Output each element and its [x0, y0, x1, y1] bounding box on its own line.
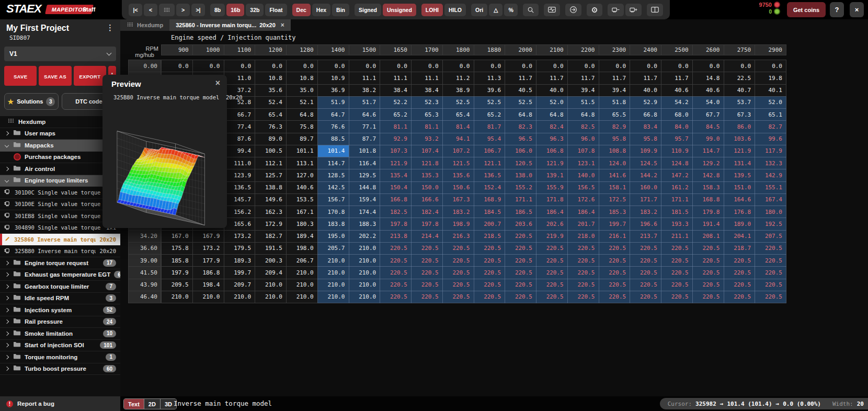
table-cell[interactable]: 177.9 [193, 255, 224, 266]
base-dec-button[interactable]: Dec [292, 4, 311, 16]
table-cell[interactable]: 10.8 [287, 72, 317, 84]
table-cell[interactable]: 136.5 [224, 182, 255, 193]
table-cell[interactable]: 220.5 [474, 243, 505, 254]
table-cell[interactable]: 0.0 [724, 60, 755, 72]
table-cell[interactable]: 11.7 [505, 72, 536, 84]
table-cell[interactable]: 168.8 [693, 194, 724, 206]
ram-remove-button[interactable] [608, 4, 624, 16]
table-cell[interactable]: 0.0 [162, 60, 192, 72]
table-cell[interactable]: 11.7 [661, 72, 692, 84]
table-cell[interactable]: 142.9 [755, 169, 786, 181]
table-cell[interactable]: 132.3 [755, 157, 786, 169]
table-cell[interactable]: 11.7 [630, 72, 661, 84]
table-cell[interactable]: 210.0 [318, 267, 349, 278]
table-cell[interactable]: 40.1 [755, 85, 786, 96]
table-cell[interactable]: 64.8 [505, 109, 536, 120]
table-cell[interactable]: 185.3 [599, 206, 630, 218]
table-cell[interactable]: 0.0 [193, 60, 224, 72]
table-cell[interactable]: 40.7 [724, 85, 755, 96]
table-cell[interactable]: 220.5 [724, 279, 755, 291]
table-cell[interactable]: 65.5 [599, 109, 630, 120]
table-cell[interactable]: 220.5 [380, 243, 411, 254]
tree-folder-smoke-limitation[interactable]: Smoke limitation10 [0, 328, 120, 340]
table-cell[interactable]: 52.0 [536, 97, 567, 108]
table-cell[interactable]: 183.2 [443, 206, 474, 218]
table-cell[interactable]: 167.9 [193, 231, 224, 242]
column-header[interactable]: 2750 [724, 45, 755, 55]
table-cell[interactable]: 38.4 [412, 85, 442, 96]
table-cell[interactable]: 164.6 [724, 194, 755, 206]
table-cell[interactable]: 121.8 [412, 157, 442, 169]
table-cell[interactable]: 65.2 [380, 109, 411, 120]
table-cell[interactable]: 0.0 [661, 60, 692, 72]
table-cell[interactable]: 51.5 [568, 97, 599, 108]
column-header[interactable]: 1500 [349, 45, 380, 55]
table-cell[interactable]: 200.7 [474, 218, 505, 230]
table-cell[interactable]: 156.7 [318, 194, 349, 206]
table-cell[interactable]: 125.7 [255, 169, 286, 181]
unsigned-button[interactable]: Unsigned [383, 4, 416, 16]
table-cell[interactable]: 199.7 [224, 267, 255, 278]
table-cell[interactable]: 112.1 [255, 157, 286, 169]
table-cell[interactable]: 220.5 [661, 279, 692, 291]
table-cell[interactable]: 220.5 [755, 255, 786, 266]
table-cell[interactable]: 138.0 [505, 169, 536, 181]
tree-folder-engine-torque-request[interactable]: Engine torque request17 [0, 257, 120, 269]
tree-folder-rail-pressure[interactable]: Rail pressure24 [0, 316, 120, 328]
table-cell[interactable]: 210.0 [255, 291, 286, 303]
table-cell[interactable]: 51.9 [318, 97, 349, 108]
column-header[interactable]: 1100 [224, 45, 255, 55]
goto-end-button[interactable]: >| [191, 4, 205, 16]
table-cell[interactable]: 205.7 [318, 243, 349, 254]
chart-button[interactable] [544, 4, 560, 16]
table-cell[interactable]: 220.5 [630, 255, 661, 266]
table-cell[interactable]: 40.0 [536, 85, 567, 96]
table-cell[interactable]: 172.9 [255, 218, 286, 230]
table-cell[interactable]: 191.4 [693, 218, 724, 230]
table-cell[interactable]: 81.7 [474, 121, 505, 132]
table-cell[interactable]: 165.6 [224, 218, 255, 230]
table-cell[interactable]: 11.7 [568, 72, 599, 84]
table-cell[interactable]: 186.8 [193, 267, 224, 278]
table-cell[interactable]: 52.1 [287, 97, 317, 108]
table-cell[interactable]: 107.3 [380, 145, 411, 157]
table-cell[interactable]: 64.7 [318, 109, 349, 120]
table-cell[interactable]: 197.8 [380, 218, 411, 230]
table-cell[interactable]: 136.5 [474, 169, 505, 181]
table-cell[interactable]: 220.5 [630, 291, 661, 303]
table-cell[interactable]: 209.5 [162, 279, 192, 291]
table-cell[interactable]: 167.3 [443, 194, 474, 206]
column-header[interactable]: 2900 [755, 45, 786, 55]
table-cell[interactable]: 218.5 [474, 231, 505, 242]
table-cell[interactable]: 152.4 [474, 182, 505, 193]
row-header[interactable]: 36.60 [129, 243, 161, 254]
table-cell[interactable]: 0.0 [693, 60, 724, 72]
signed-button[interactable]: Signed [355, 4, 381, 16]
help-button[interactable]: ? [830, 2, 844, 17]
table-cell[interactable]: 220.5 [599, 255, 630, 266]
table-cell[interactable]: 197.8 [412, 218, 442, 230]
row-header[interactable]: 46.40 [129, 291, 161, 303]
save-as-button[interactable]: SAVE AS [39, 66, 71, 86]
table-cell[interactable]: 100.5 [255, 145, 286, 157]
table-cell[interactable]: 116.4 [349, 157, 380, 169]
table-cell[interactable]: 52.5 [505, 97, 536, 108]
table-cell[interactable]: 139.1 [536, 169, 567, 181]
table-cell[interactable]: 180.0 [755, 206, 786, 218]
table-cell[interactable]: 54.2 [661, 97, 692, 108]
table-cell[interactable]: 107.2 [443, 145, 474, 157]
settings-button[interactable] [587, 4, 602, 16]
table-cell[interactable]: 121.9 [724, 145, 755, 157]
table-cell[interactable]: 189.0 [724, 218, 755, 230]
goto-start-button[interactable]: |< [129, 4, 142, 16]
table-cell[interactable]: 220.5 [505, 279, 536, 291]
table-cell[interactable]: 210.0 [318, 255, 349, 266]
table-cell[interactable]: 135.3 [412, 169, 442, 181]
table-cell[interactable]: 11.0 [224, 72, 255, 84]
table-cell[interactable]: 188.3 [349, 218, 380, 230]
table-cell[interactable]: 10.9 [318, 72, 349, 84]
table-cell[interactable]: 158.3 [693, 182, 724, 193]
table-cell[interactable]: 82.7 [755, 121, 786, 132]
table-cell[interactable]: 0.0 [412, 60, 442, 72]
table-cell[interactable]: 166.6 [412, 194, 442, 206]
